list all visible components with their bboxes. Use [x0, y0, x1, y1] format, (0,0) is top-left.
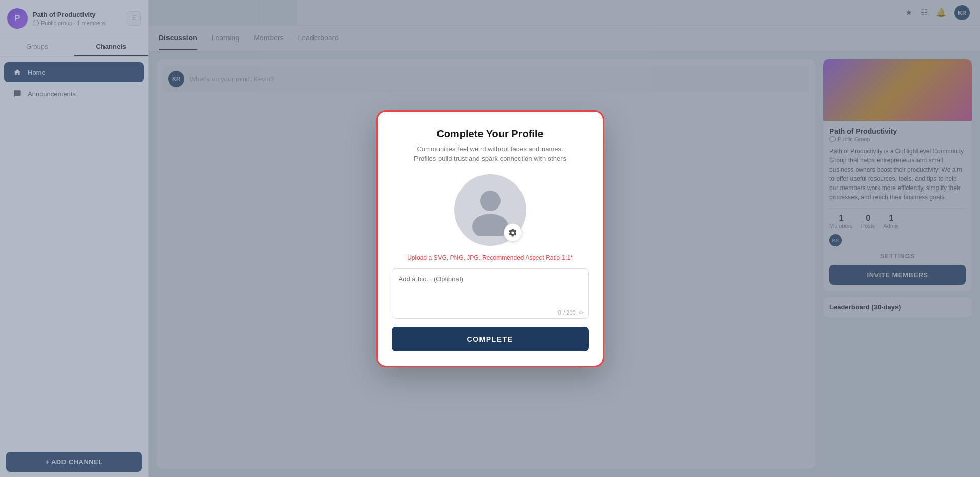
svg-point-1: [472, 214, 508, 236]
svg-point-0: [480, 191, 501, 211]
required-asterisk: *: [570, 254, 573, 261]
bio-textarea[interactable]: [392, 269, 588, 305]
avatar-upload-area[interactable]: [392, 174, 589, 246]
complete-button[interactable]: COMPLETE: [392, 327, 589, 351]
avatar-placeholder[interactable]: [454, 174, 526, 246]
upload-hint: Upload a SVG, PNG, JPG. Recommended Aspe…: [392, 254, 589, 261]
bio-counter: 0 / 200: [558, 309, 576, 316]
bio-counter-row: 0 / 200 ✏: [392, 307, 588, 318]
edit-icon: ✏: [579, 309, 584, 316]
bio-textarea-container: 0 / 200 ✏: [392, 268, 589, 319]
modal-subtitle: Communities feel weird without faces and…: [392, 144, 589, 164]
complete-profile-modal: Complete Your Profile Communities feel w…: [378, 112, 603, 366]
modal-title: Complete Your Profile: [392, 128, 589, 140]
camera-icon[interactable]: [504, 223, 522, 242]
modal-overlay: Complete Your Profile Communities feel w…: [0, 0, 980, 477]
